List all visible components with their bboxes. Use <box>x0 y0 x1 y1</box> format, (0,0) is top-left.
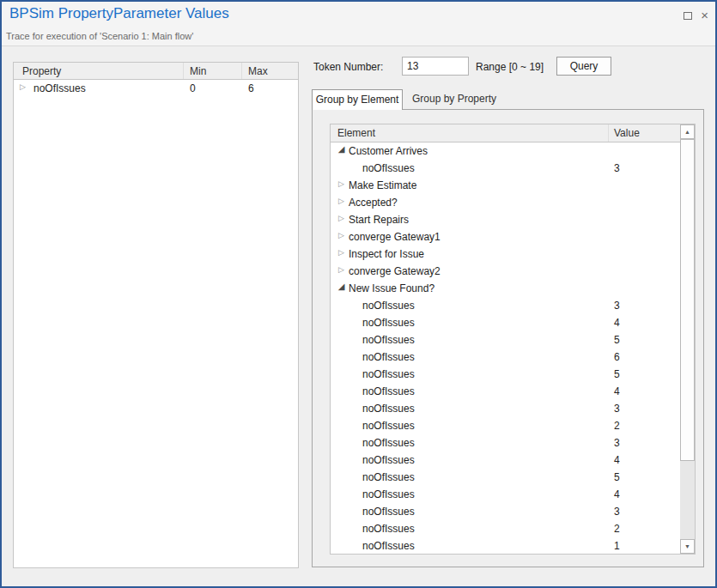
collapse-icon[interactable]: ▷ <box>336 197 347 205</box>
tab-group-by-element[interactable]: Group by Element <box>312 89 403 110</box>
tree-row-label: Start Repairs <box>349 214 409 226</box>
tree-row[interactable]: noOfIssues4 <box>331 486 680 503</box>
tree-row-label: noOfIssues <box>362 488 415 500</box>
column-header-property: Property <box>22 65 61 77</box>
table-row[interactable]: ▷noOfIssues06 <box>14 80 298 97</box>
column-divider <box>241 63 242 79</box>
maximize-icon[interactable] <box>684 12 692 20</box>
tree-row[interactable]: noOfIssues4 <box>331 314 680 331</box>
column-header-value: Value <box>614 127 640 139</box>
tree-row[interactable]: ◢Customer Arrives <box>331 142 680 160</box>
tree-row-value: 2 <box>614 523 620 535</box>
token-number-input[interactable] <box>402 57 469 76</box>
tree-row-value: 2 <box>614 420 620 432</box>
tree-row[interactable]: noOfIssues2 <box>331 417 680 434</box>
tree-row[interactable]: ▷Accepted? <box>331 194 680 211</box>
property-table-body: ▷noOfIssues06 <box>14 80 298 97</box>
tree-row-value: 5 <box>614 368 620 380</box>
tree-row-value: 4 <box>614 317 620 329</box>
tree-row-label: noOfIssues <box>362 471 415 483</box>
tree-row-label: noOfIssues <box>362 162 415 174</box>
tree-row[interactable]: noOfIssues5 <box>331 331 680 349</box>
tree-row-label: noOfIssues <box>362 403 415 415</box>
tree-row-label: Make Estimate <box>349 179 416 191</box>
tree-row[interactable]: noOfIssues6 <box>331 349 680 366</box>
tree-row[interactable]: ▷Start Repairs <box>331 211 680 228</box>
column-divider <box>608 124 609 142</box>
tree-row-value: 3 <box>614 162 620 174</box>
tree-row[interactable]: noOfIssues4 <box>331 452 680 469</box>
vertical-scrollbar[interactable]: ▲ ▼ <box>680 124 695 554</box>
bpsim-dialog: BPSim PropertyParameter Values Trace for… <box>0 0 717 588</box>
tree-row[interactable]: ◢New Issue Found? <box>331 280 680 297</box>
tree-row-label: noOfIssues <box>362 368 415 380</box>
tree-row-value: 3 <box>614 403 620 415</box>
tree-row-value: 4 <box>614 385 620 397</box>
collapse-icon[interactable]: ▷ <box>20 82 26 91</box>
column-header-max: Max <box>248 65 268 77</box>
property-table-header: Property Min Max <box>14 63 298 80</box>
tree-row[interactable]: ▷converge Gateway2 <box>331 263 680 280</box>
property-min: 0 <box>190 82 196 94</box>
tree-row-label: noOfIssues <box>362 523 415 535</box>
collapse-icon[interactable]: ▷ <box>336 231 347 239</box>
tree-row-value: 1 <box>614 540 620 552</box>
tree-row[interactable]: ▷converge Gateway1 <box>331 228 680 246</box>
property-max: 6 <box>248 82 254 94</box>
tree-row-label: noOfIssues <box>362 300 415 312</box>
page-title: BPSim PropertyParameter Values <box>9 5 229 22</box>
element-table: Element Value ◢Customer ArrivesnoOfIssue… <box>330 124 696 555</box>
tree-row[interactable]: noOfIssues5 <box>331 469 680 486</box>
tree-row[interactable]: noOfIssues3 <box>331 160 680 177</box>
tree-row-label: noOfIssues <box>362 351 415 363</box>
tree-row-label: noOfIssues <box>362 385 415 397</box>
tree-row-value: 5 <box>614 334 620 346</box>
tree-row[interactable]: ▷Inspect for Issue <box>331 246 680 263</box>
token-number-label: Token Number: <box>313 61 383 73</box>
tree-row-value: 5 <box>614 471 620 483</box>
expand-icon[interactable]: ◢ <box>336 282 347 291</box>
tree-row-label: New Issue Found? <box>349 282 434 294</box>
tab-group-by-property[interactable]: Group by Property <box>407 89 501 109</box>
tree-row[interactable]: noOfIssues1 <box>331 537 680 554</box>
query-button[interactable]: Query <box>556 57 611 76</box>
tree-row-label: noOfIssues <box>362 540 415 552</box>
dialog-titlebar: BPSim PropertyParameter Values Trace for… <box>2 2 715 46</box>
tree-row-label: noOfIssues <box>362 334 415 346</box>
property-name: noOfIssues <box>33 82 86 94</box>
dialog-subtitle: Trace for execution of 'Scenario 1: Main… <box>6 31 193 41</box>
collapse-icon[interactable]: ▷ <box>336 214 347 222</box>
tree-row[interactable]: noOfIssues3 <box>331 400 680 417</box>
tree-row[interactable]: noOfIssues3 <box>331 434 680 452</box>
tree-row-label: noOfIssues <box>362 317 415 329</box>
tree-row-label: converge Gateway2 <box>349 265 441 277</box>
tree-row[interactable]: ▷Make Estimate <box>331 177 680 194</box>
tree-row-label: noOfIssues <box>362 437 415 449</box>
tree-row[interactable]: noOfIssues2 <box>331 520 680 537</box>
collapse-icon[interactable]: ▷ <box>336 248 347 257</box>
scroll-down-icon[interactable]: ▼ <box>680 539 695 554</box>
tree-row[interactable]: noOfIssues3 <box>331 297 680 314</box>
tree-row-label: Inspect for Issue <box>349 248 424 260</box>
tree-row[interactable]: noOfIssues3 <box>331 503 680 520</box>
close-icon[interactable]: × <box>701 9 708 21</box>
column-header-element: Element <box>337 127 375 139</box>
tree-row-value: 3 <box>614 300 620 312</box>
tree-row-label: noOfIssues <box>362 420 415 432</box>
tree-row-label: Customer Arrives <box>349 145 428 157</box>
results-groupbox: Element Value ◢Customer ArrivesnoOfIssue… <box>312 109 704 567</box>
column-divider <box>183 63 184 79</box>
collapse-icon[interactable]: ▷ <box>336 179 347 188</box>
property-table: Property Min Max ▷noOfIssues06 <box>13 62 299 568</box>
expand-icon[interactable]: ◢ <box>336 144 347 154</box>
tree-row[interactable]: noOfIssues5 <box>331 366 680 383</box>
range-label: Range [0 ~ 19] <box>476 61 544 73</box>
tree-row-value: 4 <box>614 454 620 466</box>
tree-row-value: 4 <box>614 488 620 500</box>
scrollbar-thumb[interactable] <box>680 139 695 461</box>
scroll-up-icon[interactable]: ▲ <box>680 124 695 139</box>
tree-row[interactable]: noOfIssues4 <box>331 383 680 400</box>
tree-row-value: 3 <box>614 437 620 449</box>
collapse-icon[interactable]: ▷ <box>336 265 347 274</box>
column-header-min: Min <box>190 65 206 77</box>
